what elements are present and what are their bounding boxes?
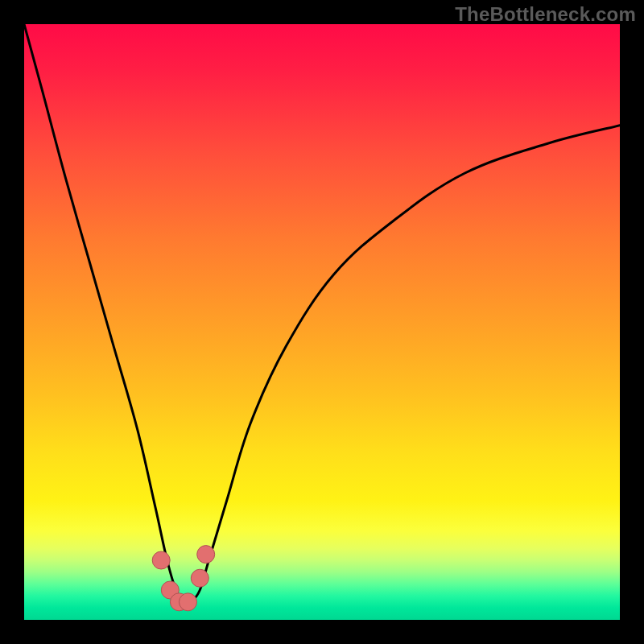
curve-markers (152, 546, 215, 611)
bottleneck-curve (24, 24, 620, 604)
curve-marker (180, 593, 197, 611)
plot-area (24, 24, 620, 620)
curve-marker (170, 593, 188, 611)
curve-marker (161, 581, 179, 599)
curve-marker (191, 569, 208, 587)
curve-marker (152, 551, 170, 569)
curve-marker (197, 546, 215, 564)
watermark-text: TheBottleneck.com (455, 3, 636, 26)
bottleneck-curve-svg (24, 24, 620, 620)
